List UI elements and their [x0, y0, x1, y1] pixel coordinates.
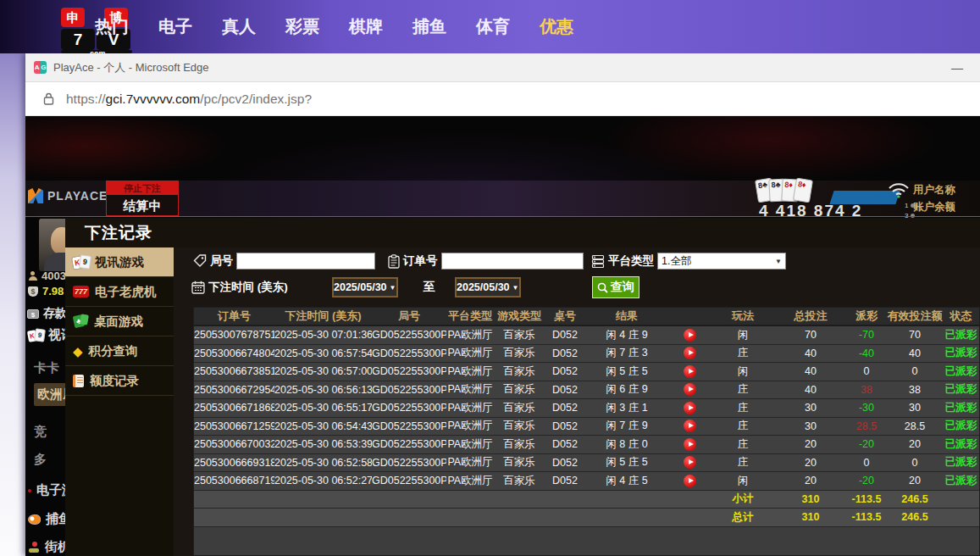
- nav-item-0[interactable]: 热门: [93, 15, 130, 38]
- modal-menu-item-0[interactable]: 视讯游戏: [65, 247, 174, 277]
- browser-address-bar[interactable]: https://gci.7vvvvvv.com/pc/pcv2/index.js…: [25, 82, 980, 116]
- cell-payout: 28.5: [846, 420, 887, 432]
- round-number-input[interactable]: [236, 253, 375, 270]
- logo-char-shen: 申: [61, 8, 85, 27]
- cell-table: D052: [545, 365, 585, 377]
- cell-order: 250530066687196: [194, 475, 274, 486]
- replay-button[interactable]: [684, 402, 696, 414]
- cell-time: 2025-05-30 06:56:13: [274, 384, 372, 396]
- cell-total: 40: [775, 365, 846, 377]
- betting-records-modal: 下注记录 视讯游戏777电子老虎机桌面游戏◆积分查询额度记录 局号 订单号: [65, 218, 980, 556]
- subtotal-total-bet: 310: [775, 493, 846, 505]
- lobby-item-1[interactable]: 卡卡: [34, 360, 59, 376]
- lock-icon[interactable]: [36, 87, 61, 111]
- cell-status: 已派彩: [943, 437, 979, 452]
- cell-platform: PA欧洲厅: [446, 455, 494, 470]
- col-header-result: 结果: [585, 309, 668, 324]
- cell-time: 2025-05-30 06:52:58: [274, 457, 372, 469]
- lobby-item-4[interactable]: 多: [34, 452, 47, 468]
- cell-game: 百家乐: [494, 419, 545, 433]
- replay-button[interactable]: [684, 347, 696, 359]
- filter-round: 局号: [193, 253, 375, 270]
- replay-button[interactable]: [684, 456, 696, 469]
- minimize-button[interactable]: —: [943, 61, 972, 75]
- total-total-bet: 310: [775, 511, 846, 523]
- cell-game: 百家乐: [494, 437, 545, 452]
- lobby-item-3[interactable]: 竞: [34, 424, 47, 440]
- filter-time: 下注时间 (美东) 2025/05/30▼ 至 2025/05/30▼ 查询: [191, 276, 639, 298]
- date-from-picker[interactable]: 2025/05/30▼: [332, 277, 398, 297]
- nav-item-4[interactable]: 棋牌: [347, 15, 385, 38]
- modal-menu-item-label: 视讯游戏: [95, 254, 144, 270]
- cell-result: 闲 4 庄 5: [585, 474, 668, 488]
- nav-item-7[interactable]: 优惠: [538, 15, 575, 38]
- cell-playtype: 闲: [711, 364, 775, 379]
- modal-menu-item-3[interactable]: ◆积分查询: [65, 336, 174, 366]
- order-label: 订单号: [403, 253, 438, 269]
- cell-play: [668, 383, 711, 396]
- cell-play: [668, 456, 711, 469]
- replay-button[interactable]: [684, 329, 696, 342]
- search-button[interactable]: 查询: [592, 276, 639, 298]
- deposit-button[interactable]: $ 存款: [27, 306, 67, 321]
- cell-playtype: 闲: [711, 474, 775, 488]
- nav-item-6[interactable]: 体育: [474, 15, 512, 38]
- cell-play: [668, 347, 711, 359]
- platform-type-label: 平台类型: [608, 253, 654, 269]
- replay-button[interactable]: [684, 475, 696, 487]
- col-header-valid: 有效投注额: [887, 309, 943, 324]
- cell-platform: PA欧洲厅: [446, 364, 494, 379]
- balance-value: 7.98: [42, 285, 64, 297]
- replay-button[interactable]: [684, 365, 696, 378]
- cell-result: 闲 4 庄 9: [585, 328, 668, 342]
- deposit-icon: $: [27, 309, 39, 319]
- table-row: 2505300667385102025-05-30 06:57:00GD0522…: [194, 363, 979, 381]
- lobby-item-label: 竞: [34, 424, 47, 440]
- cell-total: 20: [775, 457, 846, 469]
- platform-type-select[interactable]: 1.全部 ▼: [657, 253, 786, 270]
- cell-table: D052: [545, 384, 585, 396]
- modal-menu-item-4[interactable]: 额度记录: [65, 366, 174, 396]
- cell-game: 百家乐: [494, 401, 545, 415]
- cell-order: 250530066693181: [194, 457, 274, 469]
- cell-payout: -70: [846, 329, 887, 341]
- cell-game: 百家乐: [494, 346, 545, 360]
- replay-button[interactable]: [684, 383, 696, 396]
- screen: 申 博 7 V .com 热门电子真人彩票棋牌捕鱼体育优惠 AG PlayAce…: [0, 0, 980, 556]
- cell-round: GD052255300PL: [372, 420, 446, 432]
- points-stat: 4003: [28, 270, 66, 282]
- cell-order: 250530066712593: [194, 420, 274, 432]
- quota-icon: [73, 375, 84, 387]
- cell-playtype: 庄: [711, 382, 775, 397]
- cell-valid: 20: [887, 438, 943, 450]
- url-text[interactable]: https://gci.7vvvvvv.com/pc/pcv2/index.js…: [66, 92, 312, 107]
- replay-button[interactable]: [684, 420, 696, 432]
- nav-item-5[interactable]: 捕鱼: [411, 15, 448, 38]
- cell-payout: -40: [846, 348, 887, 359]
- cell-status: 已派彩: [943, 419, 979, 433]
- nav-item-2[interactable]: 真人: [220, 15, 257, 38]
- slot-icon: 777: [73, 286, 89, 297]
- url-host: gci.7vvvvvv.com: [106, 92, 201, 106]
- cell-order: 250530076787515: [194, 329, 274, 341]
- cell-play: [668, 475, 711, 487]
- cell-table: D052: [545, 329, 585, 341]
- modal-menu-item-2[interactable]: 桌面游戏: [65, 307, 174, 336]
- cell-playtype: 闲: [711, 328, 775, 342]
- order-number-input[interactable]: [441, 253, 584, 270]
- date-to-picker[interactable]: 2025/05/30▼: [455, 277, 521, 297]
- cell-order: 250530066738510: [194, 365, 274, 377]
- col-header-payout: 派彩: [846, 309, 887, 324]
- round-label: 局号: [210, 253, 233, 269]
- filter-platform: 平台类型 1.全部 ▼: [591, 253, 786, 270]
- nav-item-1[interactable]: 电子: [157, 15, 194, 38]
- cell-round: GD052255300PU: [372, 329, 446, 341]
- replay-button[interactable]: [684, 438, 696, 451]
- modal-menu-item-1[interactable]: 777电子老虎机: [65, 277, 174, 307]
- nav-item-3[interactable]: 彩票: [284, 15, 321, 38]
- cell-status: 已派彩: [943, 328, 979, 342]
- cell-table: D052: [545, 402, 585, 414]
- cell-order: 250530066700327: [194, 438, 274, 450]
- subtotal-label: 小计: [711, 492, 775, 506]
- col-header-round: 局号: [372, 309, 446, 324]
